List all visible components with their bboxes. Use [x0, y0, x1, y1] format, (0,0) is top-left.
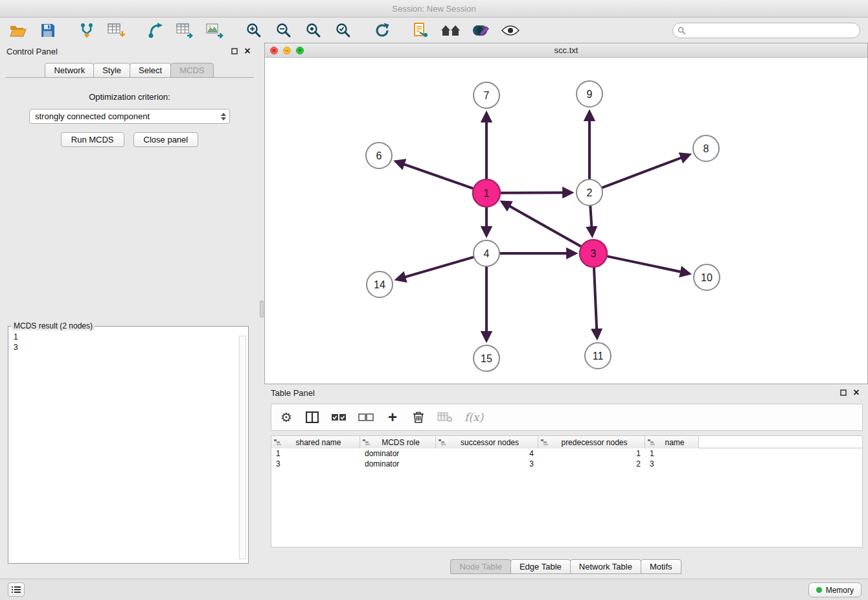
control-tab-network[interactable]: Network: [45, 63, 94, 78]
open-folder-icon[interactable]: [8, 21, 29, 40]
edge-1-2[interactable]: [500, 192, 571, 193]
memory-label: Memory: [826, 586, 854, 595]
application-window: Session: New Session: [0, 0, 868, 600]
home-icon[interactable]: [440, 21, 461, 40]
network-graph-canvas[interactable]: 7968124314101511: [265, 58, 867, 384]
eye-icon[interactable]: [500, 21, 521, 40]
run-mcds-button[interactable]: Run MCDS: [61, 132, 124, 147]
edge-4-14[interactable]: [398, 257, 474, 279]
edge-2-8[interactable]: [602, 155, 689, 187]
node-10[interactable]: 10: [694, 264, 720, 290]
sort-icon: [648, 439, 655, 446]
dropdown-stepper-icon: [221, 110, 226, 123]
table-tab-node-table[interactable]: Node Table: [450, 559, 511, 574]
svg-text:4: 4: [484, 248, 490, 259]
import-network-icon[interactable]: [76, 21, 97, 40]
node-14[interactable]: 14: [367, 271, 393, 297]
column-header-predecessor-nodes[interactable]: predecessor nodes: [538, 436, 645, 448]
export-document-icon[interactable]: [411, 21, 431, 40]
control-tab-select[interactable]: Select: [130, 63, 171, 78]
zoom-selected-icon[interactable]: [333, 21, 354, 40]
function-builder-icon[interactable]: f(x): [464, 409, 483, 426]
zoom-fit-icon[interactable]: [303, 21, 324, 40]
svg-text:7: 7: [484, 90, 490, 101]
refresh-icon[interactable]: [372, 21, 393, 40]
svg-text:3: 3: [591, 248, 597, 259]
node-11[interactable]: 11: [585, 343, 611, 369]
sort-icon: [541, 439, 548, 446]
table-panel: Table Panel × ⚙ + f(x): [264, 384, 868, 579]
zoom-in-icon[interactable]: [244, 21, 264, 40]
table-tab-motifs[interactable]: Motifs: [641, 559, 681, 574]
export-image-icon[interactable]: [205, 21, 225, 40]
close-panel-icon[interactable]: ×: [242, 46, 253, 56]
edge-3-10[interactable]: [607, 256, 689, 273]
window-minimize-button[interactable]: −: [283, 47, 291, 54]
window-zoom-button[interactable]: +: [296, 47, 304, 54]
window-close-button[interactable]: ×: [270, 47, 278, 54]
memory-button[interactable]: Memory: [808, 583, 862, 597]
column-header-shared-name[interactable]: shared name: [271, 436, 360, 448]
settings-gear-icon[interactable]: ⚙: [279, 409, 293, 426]
float-panel-icon[interactable]: [229, 46, 240, 56]
style-edit-icon[interactable]: [470, 21, 491, 40]
save-icon[interactable]: [38, 21, 58, 40]
splitter-grip[interactable]: [260, 301, 264, 317]
node-2[interactable]: 2: [577, 179, 602, 205]
table-tab-network-table[interactable]: Network Table: [570, 559, 641, 574]
sort-icon: [274, 439, 281, 446]
table-row[interactable]: 3dominator323: [271, 459, 862, 469]
column-header-successor-nodes[interactable]: successor nodes: [436, 436, 538, 448]
delete-column-icon[interactable]: [411, 409, 426, 426]
control-tab-mcds[interactable]: MCDS: [170, 63, 213, 78]
node-8[interactable]: 8: [693, 135, 719, 161]
select-all-columns-icon[interactable]: [331, 409, 347, 426]
node-1[interactable]: 1: [473, 179, 500, 207]
control-panel: Control Panel × NetworkStyleSelectMCDS O…: [0, 43, 259, 579]
node-3[interactable]: 3: [580, 240, 607, 267]
svg-text:10: 10: [701, 272, 713, 283]
node-4[interactable]: 4: [474, 240, 499, 266]
delete-table-icon[interactable]: [437, 409, 453, 426]
node-7[interactable]: 7: [474, 82, 499, 108]
panel-splitter[interactable]: [259, 43, 264, 579]
deselect-all-columns-icon[interactable]: [358, 409, 374, 426]
import-table-icon[interactable]: [106, 21, 127, 40]
svg-text:9: 9: [587, 89, 593, 100]
column-header-name[interactable]: name: [645, 436, 699, 448]
result-scrollbar[interactable]: [239, 336, 246, 559]
node-table: shared nameMCDS rolesuccessor nodesprede…: [271, 435, 863, 548]
svg-text:8: 8: [703, 143, 709, 154]
network-window-title: scc.txt: [554, 45, 578, 55]
mcds-result-text[interactable]: 1 3: [8, 330, 248, 352]
control-tab-style[interactable]: Style: [93, 63, 130, 78]
node-6[interactable]: 6: [366, 143, 392, 168]
svg-text:2: 2: [587, 187, 593, 198]
table-tab-edge-table[interactable]: Edge Table: [510, 559, 571, 574]
network-view-window: × − + scc.txt 7968124314101511: [264, 43, 868, 384]
search-input[interactable]: [672, 23, 860, 38]
status-bar: Memory: [0, 579, 868, 600]
export-table-icon[interactable]: [175, 21, 196, 40]
edge-2-3[interactable]: [590, 206, 592, 235]
table-row[interactable]: 1dominator411: [271, 448, 862, 459]
status-menu-button[interactable]: [8, 583, 25, 597]
control-panel-title: Control Panel: [6, 47, 227, 56]
svg-text:15: 15: [481, 353, 492, 364]
node-9[interactable]: 9: [577, 81, 602, 107]
column-header-MCDS-role[interactable]: MCDS role: [360, 436, 436, 448]
edge-3-11[interactable]: [594, 267, 597, 337]
edge-1-6[interactable]: [396, 162, 474, 189]
close-table-panel-icon[interactable]: ×: [851, 387, 862, 398]
criterion-dropdown[interactable]: strongly connected component: [29, 109, 230, 124]
edge-3-1[interactable]: [503, 202, 581, 246]
export-network-icon[interactable]: [145, 21, 166, 40]
zoom-out-icon[interactable]: [273, 21, 294, 40]
add-column-icon[interactable]: +: [385, 409, 400, 426]
split-panel-icon[interactable]: [305, 409, 319, 426]
node-15[interactable]: 15: [474, 345, 499, 371]
close-panel-button[interactable]: Close panel: [133, 132, 199, 147]
svg-text:6: 6: [376, 150, 382, 161]
float-table-panel-icon[interactable]: [838, 387, 849, 398]
svg-text:11: 11: [593, 351, 604, 362]
